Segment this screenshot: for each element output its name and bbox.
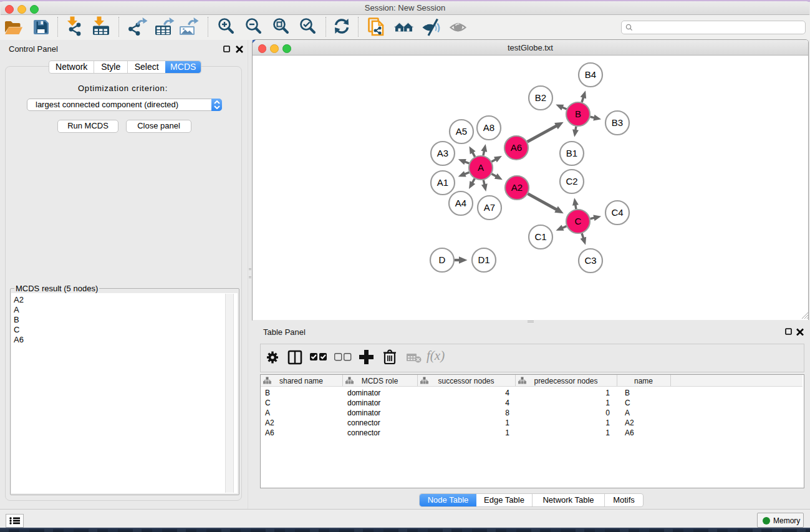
svg-text:B1: B1 (566, 148, 577, 158)
svg-text:C4: C4 (611, 207, 623, 218)
svg-text:B: B (575, 109, 581, 119)
svg-text:C: C (575, 216, 582, 226)
svg-text:A4: A4 (455, 198, 466, 208)
svg-text:D: D (439, 254, 446, 265)
svg-text:D1: D1 (478, 254, 489, 265)
svg-text:A5: A5 (456, 126, 467, 137)
svg-text:B4: B4 (585, 69, 596, 80)
svg-text:C2: C2 (566, 176, 577, 186)
svg-text:B3: B3 (612, 117, 623, 128)
svg-text:C1: C1 (534, 231, 546, 242)
svg-text:A: A (478, 162, 484, 173)
svg-text:A8: A8 (483, 122, 494, 133)
svg-text:B2: B2 (535, 92, 546, 103)
svg-text:A2: A2 (511, 182, 523, 193)
svg-text:A3: A3 (437, 148, 448, 158)
svg-text:A1: A1 (437, 177, 448, 188)
svg-text:C3: C3 (584, 255, 596, 266)
svg-text:A7: A7 (484, 202, 495, 213)
svg-text:A6: A6 (511, 142, 522, 153)
